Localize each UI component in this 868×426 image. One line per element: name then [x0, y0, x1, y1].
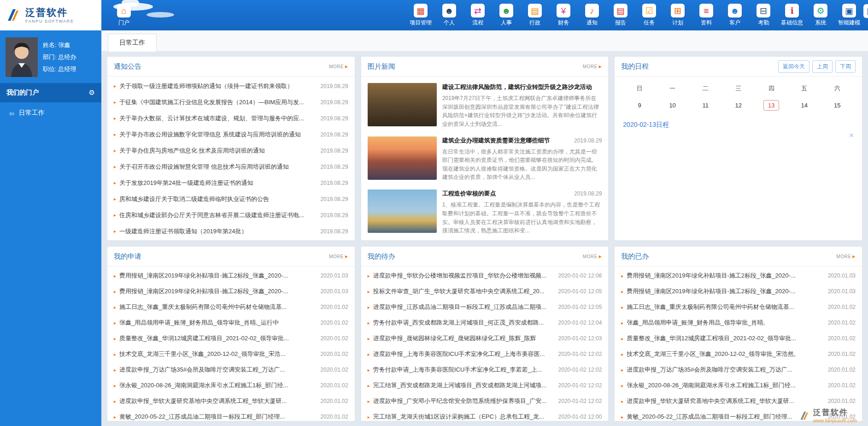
calendar-date[interactable]: 15	[830, 101, 845, 110]
done-item[interactable]: ▸ 施工日志_张鑫_重庆太极制药有限公司亳州中药材仓储物流基... 2020.0…	[621, 299, 856, 315]
more-button[interactable]: MORE ▶	[583, 64, 602, 69]
todo-item[interactable]: ▸ 进度款申报_广安邓小平纪念馆安全防范系统维护保养项目_广安... 2020-…	[368, 393, 602, 409]
more-button[interactable]: MORE ▶	[836, 254, 856, 259]
portal-section-header[interactable]: 我们的门户 ⚙	[0, 83, 101, 102]
todo-item[interactable]: ▸ 进度款申报_江苏成品油二期项目一标段工程_江苏成品油二期项... 2020-…	[368, 299, 602, 315]
tab-daily-work[interactable]: 日常工作	[108, 34, 157, 52]
top-navigation-bar: 泛普软件 FANPU SOFTWARE ⌂ 门户 ▦ 项目管理	[0, 0, 868, 30]
application-item-text: 技术交底_龙湖三千里小区_张鑫_2020-12-02_领导审批_宋浩...	[119, 350, 315, 358]
notice-item[interactable]: ▸ 关于举办大数据、云计算技术在城市建设、规划、管理与服务中的应... 2019…	[114, 110, 348, 126]
nav-module-item[interactable]: ¥ 财务	[549, 4, 578, 27]
schedule-panel: 我的日程 返回今天 上周 下周	[614, 56, 862, 241]
nav-module-label: 项目管理	[410, 19, 432, 27]
more-arrow-icon: ▶	[852, 254, 856, 259]
application-item[interactable]: ▸ 质量整改_张鑫_华润12城房建工程项目_2021-02-02_领导审批...…	[114, 331, 348, 346]
bullet-icon: ▸	[368, 399, 370, 404]
nav-module-item[interactable]: ▤ 报告	[606, 4, 635, 27]
bullet-icon: ▸	[114, 383, 116, 388]
done-item[interactable]: ▸ 进度款申报_万达广场35#会所及咖啡厅空调安装工程_万达广... 2020.…	[621, 362, 856, 378]
application-item[interactable]: ▸ 技术交底_龙湖三千里小区_张鑫_2020-12-02_领导审批_宋浩... …	[114, 346, 348, 362]
calendar-date[interactable]: 12	[731, 101, 745, 110]
done-item-date: 2020.01.02	[828, 304, 856, 310]
todo-item[interactable]: ▸ 完工结算_龙湖天街城1区设计采购施工（EPC）总承包工程_龙... 2020…	[368, 409, 602, 421]
calendar-date[interactable]: 13	[763, 100, 779, 111]
notice-item[interactable]: ▸ 住房和城乡建设部办公厅关于同意吉林省开展二级建造师注册证书电... 2019…	[114, 207, 348, 223]
done-item[interactable]: ▸ 进度款申报_华软大厦研究基地中央空调系统工程_华软大厦研... 2020.0…	[621, 393, 856, 409]
schedule-nav-button[interactable]: 返回今天	[778, 60, 809, 73]
todo-item[interactable]: ▸ 劳务付款申请_上海市美容医院ICU手术室净化工程_李若若_上... 2020…	[368, 362, 602, 378]
nav-module-item[interactable]: ⊟ 考勤	[749, 4, 778, 27]
todo-item[interactable]: ▸ 进度款申报_华软办公楼增加视频监控项目_华软办公楼增加视频... 2020-…	[368, 268, 602, 284]
done-item[interactable]: ▸ 费用报销_潼南区2019年绿化补贴项目-施工2标段_张鑫_2020-... …	[621, 268, 856, 284]
application-item[interactable]: ▸ 费用报销_潼南区2019年绿化补贴项目-施工2标段_张鑫_2020-... …	[114, 284, 348, 299]
brand-name: 泛普软件	[25, 7, 74, 18]
notice-panel: 通知公告 MORE ▶ ▸ 关于领取一级注册建造师增项贴的通知（须持一建证书前来…	[107, 56, 355, 241]
nav-module-item[interactable]: ⊞ 计划	[663, 4, 692, 27]
nav-module-item[interactable]: ☻ 客户	[721, 4, 749, 27]
more-button[interactable]: MORE ▶	[329, 254, 348, 259]
bullet-icon: ▸	[114, 289, 116, 294]
todo-item[interactable]: ▸ 进度款申报_晟铭园林绿化工程_晟铭园林绿化工程_陈辉_陈辉 2020-01-…	[368, 331, 602, 346]
todo-item[interactable]: ▸ 完工结算_西安成都路龙湖上河城项目_西安成都路龙湖上河城项... 2020-…	[368, 378, 602, 393]
notice-item[interactable]: ▸ 关于领取一级注册建造师增项贴的通知（须持一建证书前来领取） 2019.08.…	[114, 78, 348, 94]
nav-module-item[interactable]: ⚙ 系统	[806, 4, 835, 27]
nav-module-item[interactable]: ♪ 通知	[578, 4, 606, 27]
nav-module-item[interactable]: ≡ 资料	[692, 4, 721, 27]
notice-item[interactable]: ▸ 关于举办市政公用设施数字化管理信息 系统建设与应用培训班的通知 2019.0…	[114, 126, 348, 142]
gear-icon[interactable]: ⚙	[89, 89, 95, 97]
application-item[interactable]: ▸ 张鑫_用品领用申请_账簿_财务用品_领导审批_肖晴,_运行中 2020.01…	[114, 315, 348, 331]
more-arrow-icon: ▶	[599, 65, 602, 69]
notice-item[interactable]: ▸ 房和城乡建设厅关于取消二级建造师临时执业证书的公告 2019.08.29	[114, 191, 348, 207]
nav-module-item[interactable]: ▤ 行政	[521, 4, 549, 27]
calendar-date[interactable]: 10	[665, 101, 680, 110]
application-item[interactable]: ▸ 进度款申报_万达广场35#会所及咖啡厅空调安装工程_万达广... 2020.…	[114, 362, 348, 378]
notice-item[interactable]: ▸ 关于举办住房与房地产信息化 技术及应用培训班的通知 2019.08.29	[114, 142, 348, 159]
news-item[interactable]: 建设工程法律风险防范，建筑行业转型升级之路沙龙活动 2019年7月27日下午，土…	[368, 78, 602, 132]
calendar-date[interactable]: 14	[797, 101, 811, 110]
more-button[interactable]: MORE ▶	[329, 64, 348, 69]
calendar-date[interactable]: 11	[698, 101, 713, 110]
done-item-text: 进度款申报_万达广场35#会所及咖啡厅空调安装工程_万达广...	[627, 366, 822, 374]
nav-item-portal[interactable]: ⌂ 门户	[111, 0, 137, 30]
nav-module-item[interactable]: ▦ 项目管理	[406, 4, 435, 27]
done-item-text: 施工日志_张鑫_重庆太极制药有限公司亳州中药材仓储物流基...	[627, 303, 822, 311]
notice-item[interactable]: ▸ 关于发放2019年第24批一级建造师注册证书的通知 2019.08.29	[114, 175, 348, 191]
application-item[interactable]: ▸ 进度款申报_华软大厦研究基地中央空调系统工程_华软大厦研... 2020.0…	[114, 393, 348, 409]
close-icon[interactable]: ×	[849, 131, 854, 140]
nav-module-item[interactable]: ☑ 任务	[635, 4, 663, 27]
done-item[interactable]: ▸ 费用报销_潼南区2019年绿化补贴项目-施工2标段_张鑫_2020-... …	[621, 284, 856, 299]
application-item[interactable]: ▸ 张永银_2020-08-26_湖南洞庭湖水库引水工程施工1标_部门经... …	[114, 378, 348, 393]
application-item-date: 2020.01.03	[321, 272, 348, 279]
sidebar-item-daily-work[interactable]: ∞ 日常工作	[0, 102, 101, 124]
news-item[interactable]: 建筑企业办理建筑资质需要注意哪些细节 2019.08.29 在日常生活中，很多人…	[368, 132, 602, 185]
schedule-nav-button[interactable]: 下周	[835, 60, 856, 73]
portal-section-title: 我们的门户	[6, 89, 39, 97]
calendar-date[interactable]: 9	[633, 101, 645, 110]
clipped-nav-icon[interactable]: ▥	[863, 4, 868, 18]
done-item[interactable]: ▸ 质量整改_张鑫_华润12城房建工程项目_2021-02-02_领导审批...…	[621, 331, 856, 346]
notice-item[interactable]: ▸ 一级建造师注册证书领取通知（2019年第24批） 2019.08.29	[114, 223, 348, 239]
done-item[interactable]: ▸ 技术交底_龙湖三千里小区_张鑫_2020-12-02_领导审批_宋浩然, 2…	[621, 346, 856, 362]
application-item[interactable]: ▸ 施工日志_张鑫_重庆太极制药有限公司亳州中药材仓储物流基... 2020.0…	[114, 299, 348, 315]
todo-item[interactable]: ▸ 劳务付款申请_西安成都路龙湖上河城项目_何正茂_西安成都路... 2020-…	[368, 315, 602, 331]
more-button[interactable]: MORE ▶	[583, 254, 602, 259]
nav-module-item[interactable]: ☻ 个人	[435, 4, 463, 27]
application-item[interactable]: ▸ 黄敏_2020-05-22_江苏成品油二期项目一标段工程_部门经理... 2…	[114, 409, 348, 421]
todo-list: ▸ 进度款申报_华软办公楼增加视频监控项目_华软办公楼增加视频... 2020-…	[361, 266, 609, 421]
nav-module-item[interactable]: ☻ 人事	[492, 4, 521, 27]
done-item[interactable]: ▸ 张鑫_用品领用申请_账簿_财务用品_领导审批_肖晴, 2020.01.02	[621, 315, 856, 331]
nav-module-item[interactable]: ⇄ 流程	[463, 4, 492, 27]
todo-item-text: 进度款申报_晟铭园林绿化工程_晟铭园林绿化工程_陈辉_陈辉	[373, 334, 553, 343]
news-item[interactable]: 工程造价审核的要点 2019.08.29 1、核准工程量。工程量是编制决算最基本…	[368, 185, 602, 238]
nav-module-item[interactable]: ℹ 基础信息	[778, 4, 806, 27]
todo-item[interactable]: ▸ 进度款申报_上海市美容医院ICU手术室净化工程_上海市美容医... 2020…	[368, 346, 602, 362]
todo-item[interactable]: ▸ 投标文件审查_胡广生_华软大厦研究基地中央空调系统工程_20... 2020…	[368, 284, 602, 299]
notice-item[interactable]: ▸ 关于召开市政公用设施智慧化管理 信息技术与应用培训班的通知 2019.08.…	[114, 159, 348, 175]
schedule-nav-button[interactable]: 上周	[812, 60, 833, 73]
done-item[interactable]: ▸ 张永银_2020-08-26_湖南洞庭湖水库引水工程施工1标_部门经... …	[621, 378, 856, 393]
notice-item[interactable]: ▸ 于征集《中国建筑施工行业信息化发展报告（2014）—BIM应用与发... 2…	[114, 94, 348, 110]
nav-module-item[interactable]: ▣ 智能建模	[835, 4, 863, 27]
application-item[interactable]: ▸ 费用报销_潼南区2019年绿化补贴项目-施工2标段_张鑫_2020-... …	[114, 268, 348, 284]
bullet-icon: ▸	[368, 320, 370, 325]
bullet-icon: ▸	[114, 196, 116, 201]
